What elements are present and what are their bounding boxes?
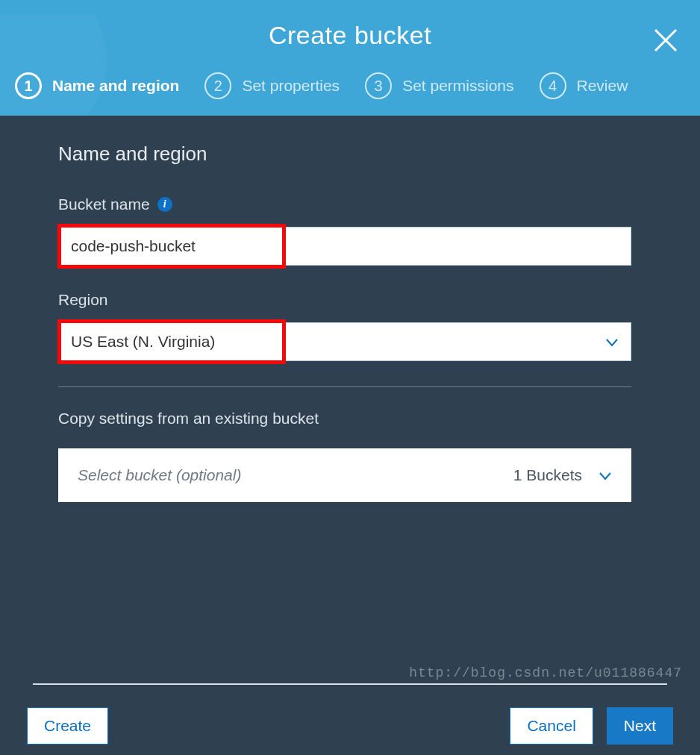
step-label: Set properties bbox=[242, 77, 340, 95]
info-icon[interactable]: i bbox=[157, 197, 172, 212]
footer-divider bbox=[33, 683, 667, 685]
watermark-text: http://blog.csdn.net/u011886447 bbox=[409, 665, 682, 680]
cancel-button[interactable]: Cancel bbox=[510, 707, 593, 745]
step-number-1: 1 bbox=[15, 72, 42, 99]
step-set-permissions[interactable]: 3 Set permissions bbox=[365, 72, 513, 99]
create-button[interactable]: Create bbox=[27, 707, 108, 745]
step-number-3: 3 bbox=[365, 72, 392, 99]
modal-footer: Create Cancel Next bbox=[0, 683, 700, 755]
region-select[interactable]: US East (N. Virginia) bbox=[58, 322, 631, 361]
wizard-steps: 1 Name and region 2 Set properties 3 Set… bbox=[0, 50, 700, 116]
region-label: Region bbox=[58, 291, 642, 309]
chevron-down-icon bbox=[605, 333, 619, 351]
section-title: Name and region bbox=[58, 142, 642, 166]
footer-right-buttons: Cancel Next bbox=[510, 707, 673, 745]
copy-bucket-placeholder: Select bucket (optional) bbox=[78, 466, 241, 484]
bucket-name-field-wrap bbox=[58, 227, 631, 266]
step-number-2: 2 bbox=[204, 72, 231, 99]
footer-row: Create Cancel Next bbox=[27, 707, 673, 745]
chevron-down-icon bbox=[599, 466, 612, 484]
bucket-name-label-text: Bucket name bbox=[58, 195, 150, 213]
copy-bucket-select[interactable]: Select bucket (optional) 1 Buckets bbox=[58, 448, 631, 502]
bucket-name-input[interactable] bbox=[58, 227, 631, 266]
create-bucket-modal: Create bucket 1 Name and region 2 Set pr… bbox=[0, 0, 700, 755]
bucket-name-label: Bucket name i bbox=[58, 195, 642, 213]
region-value: US East (N. Virginia) bbox=[71, 333, 215, 351]
bucket-count: 1 Buckets bbox=[513, 466, 582, 484]
section-divider bbox=[58, 386, 631, 387]
close-icon bbox=[652, 27, 679, 54]
step-label: Set permissions bbox=[402, 77, 513, 95]
modal-header: Create bucket 1 Name and region 2 Set pr… bbox=[0, 0, 700, 116]
step-label: Name and region bbox=[52, 77, 179, 95]
next-button[interactable]: Next bbox=[607, 707, 673, 745]
step-set-properties[interactable]: 2 Set properties bbox=[204, 72, 340, 99]
copy-bucket-right: 1 Buckets bbox=[513, 466, 612, 484]
region-field-wrap: US East (N. Virginia) bbox=[58, 322, 631, 361]
step-review[interactable]: 4 Review bbox=[540, 72, 628, 99]
step-name-and-region[interactable]: 1 Name and region bbox=[15, 72, 179, 99]
modal-body: Name and region Bucket name i Region US … bbox=[0, 116, 700, 683]
modal-title: Create bucket bbox=[0, 21, 700, 50]
copy-settings-label: Copy settings from an existing bucket bbox=[58, 410, 642, 427]
close-button[interactable] bbox=[652, 27, 679, 54]
step-number-4: 4 bbox=[540, 72, 566, 99]
step-label: Review bbox=[577, 77, 628, 95]
